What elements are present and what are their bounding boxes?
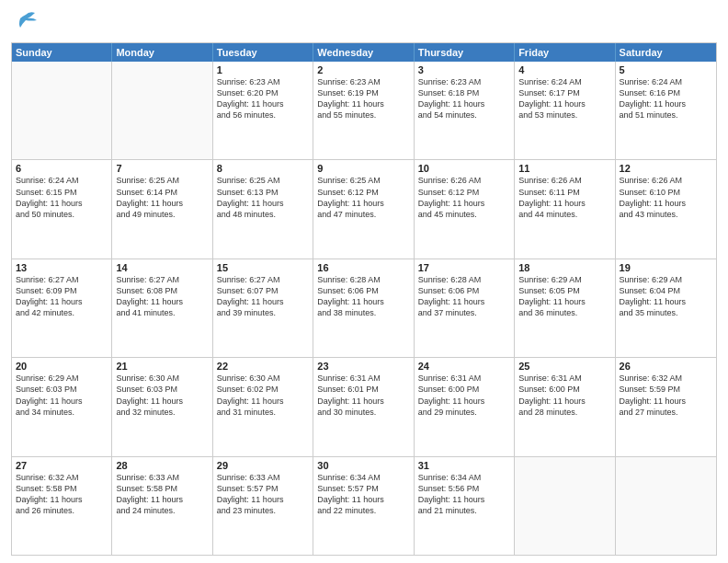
- day-number: 15: [217, 262, 309, 273]
- day-number: 23: [317, 361, 409, 372]
- weekday-header: Tuesday: [213, 43, 313, 62]
- cell-info-line: Sunrise: 6:27 AM: [116, 274, 208, 285]
- weekday-header: Thursday: [415, 43, 515, 62]
- cell-info-line: Sunset: 5:56 PM: [418, 483, 510, 494]
- cell-info-line: Sunrise: 6:31 AM: [518, 373, 610, 384]
- cell-info-line: Daylight: 11 hours: [518, 98, 610, 109]
- cell-info-line: Daylight: 11 hours: [418, 198, 510, 209]
- cell-info-line: Sunset: 6:03 PM: [16, 384, 108, 395]
- cell-info-line: and 35 minutes.: [620, 307, 712, 318]
- calendar-cell: [12, 62, 112, 159]
- cell-info-line: Sunrise: 6:24 AM: [518, 76, 610, 87]
- day-number: 3: [418, 64, 510, 75]
- cell-info-line: and 34 minutes.: [16, 407, 108, 418]
- cell-info-line: and 42 minutes.: [16, 307, 108, 318]
- cell-info-line: Sunrise: 6:30 AM: [217, 373, 309, 384]
- cell-info-line: Sunrise: 6:27 AM: [16, 274, 108, 285]
- cell-info-line: and 27 minutes.: [620, 407, 712, 418]
- cell-info-line: and 39 minutes.: [217, 307, 309, 318]
- calendar-header: SundayMondayTuesdayWednesdayThursdayFrid…: [12, 43, 716, 62]
- cell-info-line: Sunrise: 6:27 AM: [217, 274, 309, 285]
- cell-info-line: Sunset: 6:10 PM: [620, 187, 712, 198]
- cell-info-line: Daylight: 11 hours: [16, 296, 108, 307]
- cell-info-line: Sunset: 6:12 PM: [317, 187, 409, 198]
- cell-info-line: Daylight: 11 hours: [518, 396, 610, 407]
- day-number: 13: [16, 262, 108, 273]
- cell-info-line: Sunset: 5:57 PM: [217, 483, 309, 494]
- cell-info-line: Daylight: 11 hours: [620, 198, 712, 209]
- calendar-cell: 2Sunrise: 6:23 AMSunset: 6:19 PMDaylight…: [313, 62, 414, 159]
- cell-info-line: Sunrise: 6:25 AM: [217, 175, 309, 186]
- header: [11, 9, 717, 35]
- cell-info-line: Sunrise: 6:34 AM: [317, 472, 409, 483]
- calendar-row: 1Sunrise: 6:23 AMSunset: 6:20 PMDaylight…: [12, 62, 716, 159]
- weekday-header: Saturday: [616, 43, 716, 62]
- day-number: 26: [620, 361, 712, 372]
- calendar-cell: 9Sunrise: 6:25 AMSunset: 6:12 PMDaylight…: [313, 160, 414, 258]
- cell-info-line: Sunrise: 6:26 AM: [518, 175, 610, 186]
- cell-info-line: and 24 minutes.: [116, 505, 208, 516]
- calendar-cell: 8Sunrise: 6:25 AMSunset: 6:13 PMDaylight…: [213, 160, 313, 258]
- cell-info-line: Sunset: 6:20 PM: [217, 87, 309, 98]
- cell-info-line: Sunrise: 6:29 AM: [518, 274, 610, 285]
- cell-info-line: and 26 minutes.: [16, 505, 108, 516]
- calendar-row: 20Sunrise: 6:29 AMSunset: 6:03 PMDayligh…: [12, 357, 716, 455]
- calendar-cell: [616, 457, 716, 555]
- logo: [11, 9, 39, 35]
- cell-info-line: Daylight: 11 hours: [518, 296, 610, 307]
- cell-info-line: Daylight: 11 hours: [620, 296, 712, 307]
- cell-info-line: Daylight: 11 hours: [418, 396, 510, 407]
- cell-info-line: Sunset: 6:02 PM: [217, 384, 309, 395]
- cell-info-line: Sunset: 6:05 PM: [518, 285, 610, 296]
- cell-info-line: and 49 minutes.: [116, 209, 208, 220]
- day-number: 8: [217, 163, 309, 174]
- cell-info-line: Daylight: 11 hours: [116, 198, 208, 209]
- cell-info-line: Daylight: 11 hours: [317, 98, 409, 109]
- cell-info-line: Sunset: 5:58 PM: [116, 483, 208, 494]
- cell-info-line: Sunrise: 6:23 AM: [317, 76, 409, 87]
- cell-info-line: Sunrise: 6:33 AM: [116, 472, 208, 483]
- cell-info-line: and 44 minutes.: [518, 209, 610, 220]
- cell-info-line: Sunrise: 6:25 AM: [317, 175, 409, 186]
- weekday-header: Monday: [112, 43, 212, 62]
- calendar-cell: 14Sunrise: 6:27 AMSunset: 6:08 PMDayligh…: [112, 259, 212, 357]
- calendar-cell: 10Sunrise: 6:26 AMSunset: 6:12 PMDayligh…: [415, 160, 515, 258]
- cell-info-line: and 21 minutes.: [418, 505, 510, 516]
- day-number: 14: [116, 262, 208, 273]
- cell-info-line: Sunset: 6:18 PM: [418, 87, 510, 98]
- day-number: 2: [317, 64, 409, 75]
- cell-info-line: Sunset: 6:08 PM: [116, 285, 208, 296]
- cell-info-line: Sunset: 6:17 PM: [518, 87, 610, 98]
- cell-info-line: Sunset: 6:15 PM: [16, 187, 108, 198]
- cell-info-line: Sunrise: 6:23 AM: [217, 76, 309, 87]
- calendar-cell: 26Sunrise: 6:32 AMSunset: 5:59 PMDayligh…: [616, 358, 716, 455]
- day-number: 11: [518, 163, 610, 174]
- calendar-row: 13Sunrise: 6:27 AMSunset: 6:09 PMDayligh…: [12, 259, 716, 357]
- calendar-cell: 20Sunrise: 6:29 AMSunset: 6:03 PMDayligh…: [12, 358, 112, 455]
- cell-info-line: Sunset: 5:57 PM: [317, 483, 409, 494]
- cell-info-line: Daylight: 11 hours: [418, 98, 510, 109]
- cell-info-line: Sunset: 6:06 PM: [317, 285, 409, 296]
- calendar-cell: 17Sunrise: 6:28 AMSunset: 6:06 PMDayligh…: [415, 259, 515, 357]
- cell-info-line: and 29 minutes.: [418, 407, 510, 418]
- day-number: 17: [418, 262, 510, 273]
- cell-info-line: and 36 minutes.: [518, 307, 610, 318]
- cell-info-line: and 32 minutes.: [116, 407, 208, 418]
- calendar-cell: 16Sunrise: 6:28 AMSunset: 6:06 PMDayligh…: [313, 259, 414, 357]
- calendar-cell: [112, 62, 212, 159]
- calendar-cell: 7Sunrise: 6:25 AMSunset: 6:14 PMDaylight…: [112, 160, 212, 258]
- cell-info-line: Daylight: 11 hours: [317, 494, 409, 505]
- cell-info-line: Sunset: 6:11 PM: [518, 187, 610, 198]
- day-number: 12: [620, 163, 712, 174]
- cell-info-line: Sunset: 6:12 PM: [418, 187, 510, 198]
- day-number: 30: [317, 460, 409, 471]
- weekday-header: Wednesday: [313, 43, 414, 62]
- cell-info-line: Sunrise: 6:24 AM: [16, 175, 108, 186]
- cell-info-line: and 23 minutes.: [217, 505, 309, 516]
- cell-info-line: Daylight: 11 hours: [217, 396, 309, 407]
- calendar-row: 6Sunrise: 6:24 AMSunset: 6:15 PMDaylight…: [12, 159, 716, 258]
- cell-info-line: Sunrise: 6:29 AM: [620, 274, 712, 285]
- cell-info-line: Daylight: 11 hours: [116, 396, 208, 407]
- day-number: 5: [620, 64, 712, 75]
- calendar-cell: 6Sunrise: 6:24 AMSunset: 6:15 PMDaylight…: [12, 160, 112, 258]
